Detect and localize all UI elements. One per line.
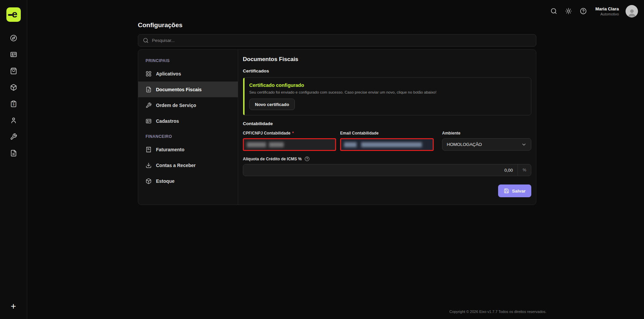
- settings-nav-estoque[interactable]: Estoque: [138, 173, 238, 189]
- settings-nav: PRINCIPAIS Aplicativos Documentos Fiscai…: [138, 50, 238, 205]
- cpf-cnpj-input[interactable]: [243, 138, 336, 151]
- save-button[interactable]: Salvar: [498, 184, 531, 197]
- settings-nav-ordem-de-servico[interactable]: Ordem de Serviço: [138, 97, 238, 113]
- sidebar-item-person[interactable]: [9, 116, 17, 124]
- accounting-form-row: CPF/CNPJ Contabilidade * Email Contabili…: [243, 131, 531, 151]
- logo-bar: [8, 14, 12, 16]
- user-name: Maria Clara: [595, 6, 619, 11]
- icms-label-text: Alíquota de Crédito de ICMS %: [243, 157, 302, 161]
- icms-suffix: %: [518, 164, 531, 176]
- user-block[interactable]: Maria Clara Automotivo: [595, 6, 619, 16]
- email-field: Email Contabilidade: [340, 131, 434, 151]
- file-text-icon: [146, 87, 152, 93]
- certificate-status-box: Certificado configurado Seu certificado …: [243, 77, 531, 115]
- package-icon: [10, 84, 17, 91]
- help-button[interactable]: [579, 7, 587, 15]
- page-title: Configurações: [138, 21, 644, 29]
- chevron-down-icon: [521, 142, 527, 147]
- environment-field: Ambiente HOMOLOGAÇÃO: [442, 131, 531, 151]
- nav-item-label: Cadastros: [156, 118, 179, 124]
- topbar: Maria Clara Automotivo: [27, 0, 644, 22]
- environment-select[interactable]: HOMOLOGAÇÃO: [442, 138, 531, 151]
- settings-nav-cadastros[interactable]: Cadastros: [138, 113, 238, 129]
- nav-item-label: Ordem de Serviço: [156, 103, 196, 108]
- documentos-fiscais-panel: Documentos Fiscais Certificados Certific…: [238, 50, 536, 205]
- sidebar-item-order-dollar[interactable]: $: [9, 100, 17, 108]
- settings-panel: PRINCIPAIS Aplicativos Documentos Fiscai…: [138, 49, 536, 205]
- global-search-button[interactable]: [550, 7, 558, 15]
- icms-input[interactable]: 0,00 %: [243, 164, 531, 176]
- nav-item-label: Contas a Receber: [156, 163, 196, 168]
- sidebar-item-file[interactable]: [9, 149, 17, 157]
- id-card-icon: [10, 51, 17, 58]
- environment-label: Ambiente: [442, 131, 531, 136]
- form-actions: Salvar: [243, 184, 531, 197]
- search-icon: [550, 8, 557, 14]
- user-role: Automotivo: [595, 12, 619, 16]
- wrench-icon: [146, 102, 152, 108]
- sidebar-nav: $: [9, 34, 17, 157]
- cpf-cnpj-label-text: CPF/CNPJ Contabilidade: [243, 131, 290, 136]
- icms-field: Alíquota de Crédito de ICMS % 0,00 %: [243, 156, 531, 176]
- nav-item-label: Faturamento: [156, 147, 184, 152]
- help-circle-icon: [580, 8, 587, 14]
- person-icon: [10, 117, 17, 124]
- download-icon: [146, 162, 152, 168]
- environment-selected-value: HOMOLOGAÇÃO: [447, 142, 482, 147]
- app-logo[interactable]: e: [6, 7, 21, 22]
- nav-item-label: Documentos Fiscais: [156, 87, 202, 92]
- package-icon: [146, 178, 152, 184]
- settings-nav-contas-a-receber[interactable]: Contas a Receber: [138, 157, 238, 173]
- redacted-email-value: [344, 142, 422, 147]
- cpf-cnpj-label: CPF/CNPJ Contabilidade *: [243, 131, 336, 136]
- email-label-text: Email Contabilidade: [340, 131, 379, 136]
- icms-help-icon[interactable]: [305, 156, 310, 161]
- nav-item-label: Aplicativos: [156, 71, 181, 76]
- avatar[interactable]: [626, 5, 638, 17]
- copyright-text: Copyright © 2026 Eixo v1.7.7 Todos os di…: [449, 310, 546, 314]
- sun-icon: [565, 8, 572, 14]
- sidebar-item-package[interactable]: [9, 83, 17, 91]
- sidebar: e $ +: [0, 0, 27, 319]
- settings-nav-faturamento[interactable]: Faturamento: [138, 142, 238, 157]
- file-text-icon: [10, 150, 17, 157]
- settings-content: PRINCIPAIS Aplicativos Documentos Fiscai…: [138, 34, 536, 205]
- receipt-icon: [146, 147, 152, 153]
- help-circle-icon: [305, 156, 310, 161]
- settings-nav-aplicativos[interactable]: Aplicativos: [138, 66, 238, 82]
- environment-label-text: Ambiente: [442, 131, 461, 136]
- compass-icon: [10, 35, 17, 42]
- redacted-cpf-value: [247, 142, 284, 147]
- required-asterisk: *: [292, 131, 294, 136]
- settings-searchbar[interactable]: [138, 34, 536, 47]
- search-icon: [143, 38, 149, 43]
- cpf-cnpj-field: CPF/CNPJ Contabilidade *: [243, 131, 336, 151]
- nav-section-principais: PRINCIPAIS: [138, 56, 238, 66]
- wrench-icon: [10, 133, 17, 140]
- sidebar-item-wrench[interactable]: [9, 132, 17, 141]
- sidebar-item-id-card[interactable]: [9, 50, 17, 58]
- save-icon: [504, 188, 509, 194]
- theme-toggle-button[interactable]: [565, 7, 573, 15]
- sidebar-item-compass[interactable]: [9, 34, 17, 42]
- email-input[interactable]: [340, 138, 434, 151]
- svg-text:$: $: [13, 102, 14, 106]
- avatar-silhouette-icon: [627, 7, 637, 17]
- settings-nav-documentos-fiscais[interactable]: Documentos Fiscais: [138, 82, 238, 97]
- main-area: Configurações PRINCIPAIS Aplicativos Doc…: [27, 0, 644, 205]
- icms-value: 0,00: [243, 164, 518, 176]
- shopping-bag-icon: [10, 67, 17, 74]
- certificate-status-title: Certificado configurado: [249, 83, 525, 88]
- clipboard-dollar-icon: $: [10, 100, 17, 107]
- nav-item-label: Estoque: [156, 178, 174, 184]
- settings-search-input[interactable]: [152, 38, 531, 43]
- certificate-status-description: Seu certificado foi enviado e configurad…: [249, 90, 525, 94]
- icms-label: Alíquota de Crédito de ICMS %: [243, 156, 531, 161]
- id-card-icon: [146, 118, 152, 124]
- section-heading: Documentos Fiscais: [243, 56, 531, 63]
- sidebar-item-shopping-bag[interactable]: [9, 67, 17, 75]
- contabilidade-title: Contabilidade: [243, 121, 531, 126]
- add-button[interactable]: +: [8, 301, 19, 312]
- email-label: Email Contabilidade: [340, 131, 434, 136]
- new-certificate-button[interactable]: Novo certificado: [249, 99, 295, 110]
